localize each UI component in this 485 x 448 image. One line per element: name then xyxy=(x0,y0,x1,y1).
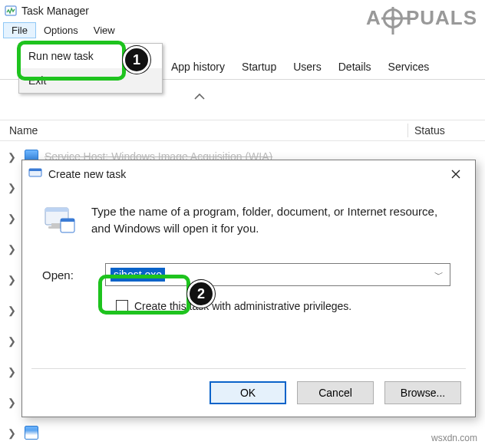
admin-label: Create this task with administrative pri… xyxy=(134,300,351,312)
task-manager-icon xyxy=(5,5,17,17)
window-title: Task Manager xyxy=(21,5,89,17)
expand-icon[interactable]: ❯ xyxy=(5,182,18,193)
expand-icon[interactable]: ❯ xyxy=(5,274,18,285)
svg-rect-8 xyxy=(61,219,74,222)
column-status[interactable]: Status xyxy=(414,124,476,137)
tab-users[interactable]: Users xyxy=(285,56,330,79)
run-program-icon xyxy=(42,203,76,237)
open-value: sihost.exe xyxy=(111,268,165,282)
watermark-rest: PUALS xyxy=(406,6,477,30)
ok-button[interactable]: OK xyxy=(210,381,286,404)
tab-services[interactable]: Services xyxy=(380,56,438,79)
dialog-message: Type the name of a program, folder, docu… xyxy=(91,203,450,237)
image-credit: wsxdn.com xyxy=(431,433,477,443)
callout-badge: 1 xyxy=(123,46,150,74)
chevron-up-icon[interactable] xyxy=(193,91,206,103)
column-name[interactable]: Name xyxy=(9,124,401,137)
process-row[interactable]: ❯ xyxy=(0,417,485,448)
expand-icon[interactable]: ❯ xyxy=(5,305,18,316)
expand-icon[interactable]: ❯ xyxy=(5,243,18,255)
column-divider xyxy=(407,124,408,137)
dialog-title: Create new task xyxy=(48,168,126,180)
tab-details[interactable]: Details xyxy=(330,56,380,79)
open-combobox[interactable]: sihost.exe ﹀ xyxy=(105,263,450,286)
expand-icon[interactable]: ❯ xyxy=(5,212,18,224)
menu-view[interactable]: View xyxy=(86,23,123,38)
menu-file[interactable]: File xyxy=(3,22,36,38)
svg-rect-4 xyxy=(45,208,68,212)
run-dialog-icon xyxy=(28,166,42,183)
tab-startup[interactable]: Startup xyxy=(233,56,285,79)
admin-checkbox[interactable] xyxy=(116,300,128,312)
browse-button[interactable]: Browse... xyxy=(384,381,461,404)
list-header: Name Status xyxy=(0,120,485,141)
dialog-buttonbar: OK Cancel Browse... xyxy=(210,381,461,404)
dialog-separator xyxy=(31,368,466,369)
process-icon xyxy=(25,426,38,440)
cancel-button[interactable]: Cancel xyxy=(297,381,374,404)
expand-icon[interactable]: ❯ xyxy=(5,397,18,408)
expand-icon[interactable]: ❯ xyxy=(5,151,18,163)
expand-icon[interactable]: ❯ xyxy=(5,427,18,439)
expand-icon[interactable]: ❯ xyxy=(5,335,18,347)
target-icon xyxy=(383,8,403,28)
expand-icon[interactable]: ❯ xyxy=(5,366,18,377)
menu-options[interactable]: Options xyxy=(36,23,86,38)
tab-app-history[interactable]: App history xyxy=(163,56,233,79)
watermark: A PUALS xyxy=(366,6,477,30)
callout-badge: 2 xyxy=(187,280,215,308)
chevron-down-icon[interactable]: ﹀ xyxy=(434,268,444,282)
dialog-titlebar: Create new task xyxy=(22,160,475,188)
svg-rect-2 xyxy=(29,169,41,171)
close-button[interactable] xyxy=(443,163,469,185)
open-label: Open: xyxy=(42,268,88,282)
watermark-letter: A xyxy=(366,6,381,30)
create-new-task-dialog: Create new task Type the name of a progr… xyxy=(21,160,476,417)
